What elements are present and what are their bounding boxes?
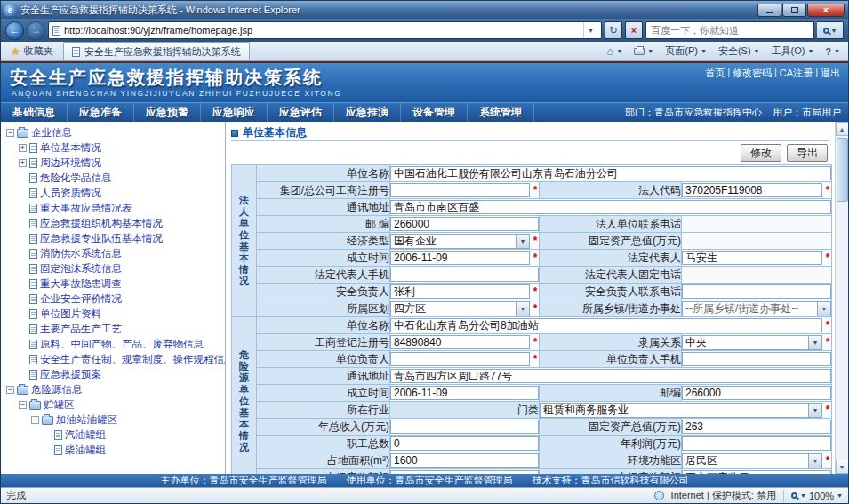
zoom-control[interactable]: ▼ 100% ▼ [791,491,843,501]
search-input[interactable]: 百度一下，你就知道 [645,21,814,39]
scroll-down-icon[interactable]: ▼ [836,460,849,474]
nav-item-4[interactable]: 应急响应 [201,103,268,123]
tree-item[interactable]: 单位图片资料 [4,307,225,322]
tree-item-label[interactable]: 柴油罐组 [65,444,106,457]
form-input[interactable] [682,386,831,400]
tree-item[interactable]: 重大事故应急情况表 [4,201,225,216]
form-input[interactable] [390,166,831,180]
nav-item-6[interactable]: 应急推演 [334,103,401,123]
tree-item-label[interactable]: 应急救援专业队伍基本情况 [40,232,163,245]
form-input[interactable] [390,183,530,197]
tree-item-label[interactable]: 企业信息 [31,126,72,140]
expand-icon[interactable]: + [19,144,27,152]
export-button[interactable]: 导出 [787,144,828,162]
tree-item[interactable]: 固定泡沫系统信息 [4,261,225,276]
tree-item-label[interactable]: 重大事故隐患调查 [40,277,122,291]
tree-item[interactable]: 安全生产责任制、规章制度、操作规程信息 [4,352,225,367]
form-select[interactable]: 居民区▼ [682,453,822,468]
tree-item[interactable]: +单位基本情况 [4,140,225,156]
nav-item-8[interactable]: 系统管理 [468,103,534,123]
menu-safety[interactable]: 安全(S) ▼ [714,43,765,60]
chevron-down-icon[interactable]: ▼ [516,235,529,248]
address-field[interactable]: ▼ [48,21,602,39]
tree-item-label[interactable]: 汽油罐组 [65,428,106,442]
tree-item[interactable]: −企业信息 [4,125,225,140]
collapse-icon[interactable]: − [6,129,14,137]
header-link-1[interactable]: 首页 [704,67,725,80]
stop-button[interactable]: × [625,21,643,39]
form-input[interactable] [390,369,831,383]
address-dropdown-icon[interactable]: ▼ [583,22,597,38]
form-input[interactable] [390,352,530,366]
tree-item-label[interactable]: 重大事故应急情况表 [40,202,132,215]
form-select[interactable]: 国有企业▼ [390,234,530,249]
favorites-button[interactable]: ★ 收藏夹 [4,43,60,60]
modify-button[interactable]: 修改 [741,144,781,162]
tree-item[interactable]: −贮罐区 [4,397,225,412]
header-link-4[interactable]: 退出 [820,67,841,80]
tree-item-label[interactable]: 应急救援组织机构基本情况 [40,217,163,230]
browser-tab[interactable]: 安全生产应急救援指挥辅助决策系统 [63,42,250,60]
tree-item-label[interactable]: 消防供水系统信息 [40,247,122,260]
scroll-up-icon[interactable]: ▲ [836,122,849,136]
forward-button[interactable]: → [27,21,45,40]
nav-item-1[interactable]: 基础信息 [1,103,68,123]
back-button[interactable]: ← [5,21,24,40]
help-button[interactable]: ? ▼ [821,43,845,60]
form-input[interactable] [390,284,530,299]
tree-item-label[interactable]: 贮罐区 [44,398,75,412]
form-input[interactable] [682,352,831,366]
tree-item-label[interactable]: 单位基本情况 [40,141,101,155]
form-input[interactable] [682,251,822,265]
nav-item-5[interactable]: 应急评估 [268,103,334,123]
form-input[interactable] [682,436,831,451]
tree-item-label[interactable]: 企业安全评价情况 [40,292,122,306]
nav-item-3[interactable]: 应急预警 [134,103,201,123]
tree-item-label[interactable]: 人员资质情况 [40,187,101,200]
tree-item[interactable]: 消防供水系统信息 [4,246,225,261]
search-button[interactable]: ▼ [817,21,844,39]
tree-item-label[interactable]: 危险化学品信息 [40,172,112,185]
form-select[interactable]: 四方区▼ [390,301,530,316]
print-button[interactable]: ▼ [629,43,658,60]
form-input[interactable] [390,200,831,214]
tree-item-label[interactable]: 主要产品生产工艺 [40,323,122,336]
expand-icon[interactable]: + [19,159,27,167]
tree-item[interactable]: −加油站油罐区 [4,412,225,428]
form-input[interactable] [390,335,530,349]
tree-item-label[interactable]: 固定泡沫系统信息 [40,262,122,276]
tree-item[interactable]: 汽油罐组 [4,428,225,443]
chevron-down-icon[interactable]: ▼ [808,336,821,349]
close-button[interactable]: × [807,4,845,17]
maximize-button[interactable] [782,4,806,17]
header-link-2[interactable]: 修改密码 [732,67,773,80]
tree-item[interactable]: 危险化学品信息 [4,171,225,186]
tree-item-label[interactable]: 加油站油罐区 [56,413,117,427]
tree-item[interactable]: 应急救援预案 [4,367,225,382]
chevron-down-icon[interactable]: ▼ [516,302,529,316]
home-button[interactable]: ⌂ ▼ [603,43,628,60]
tree-item[interactable]: 应急救援组织机构基本情况 [4,216,225,231]
tree-item[interactable]: 企业安全评价情况 [4,292,225,307]
tree-item[interactable]: 人员资质情况 [4,186,225,201]
form-input[interactable] [390,420,539,434]
form-input[interactable] [390,251,530,265]
tree-item[interactable]: −危险源信息 [4,382,225,397]
tree-item[interactable]: +周边环境情况 [4,156,225,171]
form-input[interactable] [390,436,539,451]
tree-item[interactable]: 柴油罐组 [4,443,225,458]
form-input[interactable] [682,420,831,434]
tree-item[interactable]: 主要产品生产工艺 [4,322,225,337]
form-select[interactable]: 中央▼ [682,335,822,350]
url-input[interactable] [64,25,580,36]
tree-item-label[interactable]: 原料、中间产物、产品、废弃物信息 [40,338,204,351]
header-link-3[interactable]: CA注册 [779,67,813,80]
form-input[interactable] [390,318,822,332]
collapse-icon[interactable]: − [31,416,39,424]
tree-item-label[interactable]: 应急救援预案 [40,368,101,381]
collapse-icon[interactable]: − [19,401,27,409]
tree-item-label[interactable]: 周边环境情况 [40,156,101,170]
form-input[interactable] [390,217,539,231]
collapse-icon[interactable]: − [6,386,14,394]
form-input[interactable] [390,453,539,468]
